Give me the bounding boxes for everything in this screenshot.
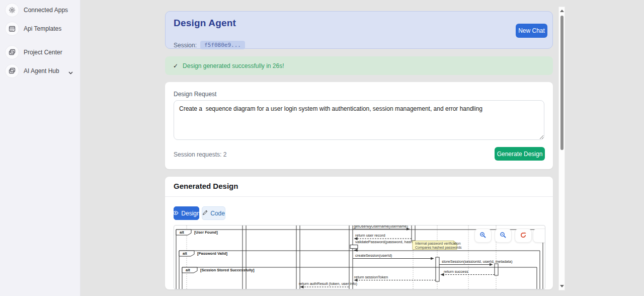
message-label: return user record [355, 233, 385, 238]
sidebar-item-api-templates[interactable]: Api Templates [0, 22, 80, 36]
layers-icon [6, 64, 19, 78]
zoom-out-button[interactable] [495, 229, 512, 243]
session-label: Session: [174, 42, 197, 49]
message-label: return success [444, 269, 468, 274]
sidebar-item-label: Project Center [24, 49, 62, 56]
message-label: getUserByUsername(username) [354, 226, 408, 229]
generate-design-button[interactable]: Generate Design [495, 147, 545, 161]
sidebar-item-connected-apps[interactable]: Connected Apps [0, 3, 80, 17]
fragment-keyword: alt [180, 230, 184, 235]
zoom-in-button[interactable] [474, 229, 492, 243]
message-label: return sessionToken [354, 275, 388, 279]
message-label: storeSession(sessionId, userId, metadata… [442, 259, 513, 264]
reset-view-button[interactable] [515, 229, 532, 243]
session-requests-count: Session requests: 2 [174, 151, 226, 158]
scroll-up-icon[interactable] [560, 10, 564, 12]
alert-message: Design generated successfully in 26s! [183, 62, 284, 69]
check-icon: ✓ [173, 62, 178, 69]
success-alert: ✓ Design generated successfully in 26s! [165, 56, 553, 75]
note-line: Internal password verification [415, 242, 461, 246]
message-label: createSession(userId) [355, 253, 392, 258]
tab-label: Design [181, 210, 200, 217]
design-request-card: Design Request Create a sequence diagram… [165, 82, 553, 169]
scroll-down-icon[interactable] [560, 285, 564, 287]
fragment-keyword: alt [183, 251, 187, 256]
pencil-icon [202, 210, 208, 217]
scrollbar-thumb[interactable] [560, 16, 564, 150]
note-line: Compares hashed passwords [415, 246, 462, 250]
tab-design[interactable]: Design [174, 206, 199, 220]
new-chat-button[interactable]: New Chat [516, 24, 547, 38]
sidebar-item-label: Connected Apps [24, 7, 68, 14]
sidebar-item-ai-agent-hub[interactable]: AI Agent Hub [0, 64, 80, 78]
sidebar: Connected Apps Api Templates Project Cen… [0, 0, 80, 296]
diagram-preview[interactable]: alt [User Found] alt [Password Valid] al… [174, 225, 545, 289]
layers-icon [6, 46, 19, 59]
fragment-keyword: alt [186, 268, 190, 272]
fragment-condition: [Password Valid] [197, 251, 228, 256]
extra-button[interactable] [533, 229, 545, 243]
zoom-in-icon [479, 232, 487, 240]
generated-design-title: Generated Design [174, 182, 238, 190]
gear-icon [6, 4, 19, 17]
sidebar-item-label: Api Templates [24, 25, 61, 32]
zoom-out-icon [500, 232, 507, 240]
calendar-icon [6, 22, 19, 35]
design-agent-header: Design Agent Session: f5f080e9... New Ch… [165, 11, 553, 49]
page-scrollbar[interactable] [558, 7, 565, 290]
design-request-input[interactable]: Create a sequence diagram for a user log… [174, 100, 544, 140]
page-title: Design Agent [174, 18, 236, 29]
fragment-condition: [User Found] [194, 230, 218, 235]
sidebar-item-label: AI Agent Hub [24, 67, 59, 75]
message-label: return authResult (token, user info) [299, 281, 357, 286]
session-id-badge: f5f080e9... [200, 41, 245, 49]
tab-label: Code [210, 210, 225, 217]
divider [165, 196, 553, 197]
generated-design-card: Generated Design Design Code [165, 177, 553, 289]
sidebar-item-project-center[interactable]: Project Center [0, 45, 80, 59]
design-request-label: Design Request [174, 91, 216, 98]
fragment-condition: [Session Stored Successfully] [200, 268, 255, 272]
tab-code[interactable]: Code [202, 206, 225, 220]
reset-icon [520, 232, 527, 240]
chevron-down-icon[interactable] [68, 68, 73, 78]
eye-icon [173, 210, 179, 217]
